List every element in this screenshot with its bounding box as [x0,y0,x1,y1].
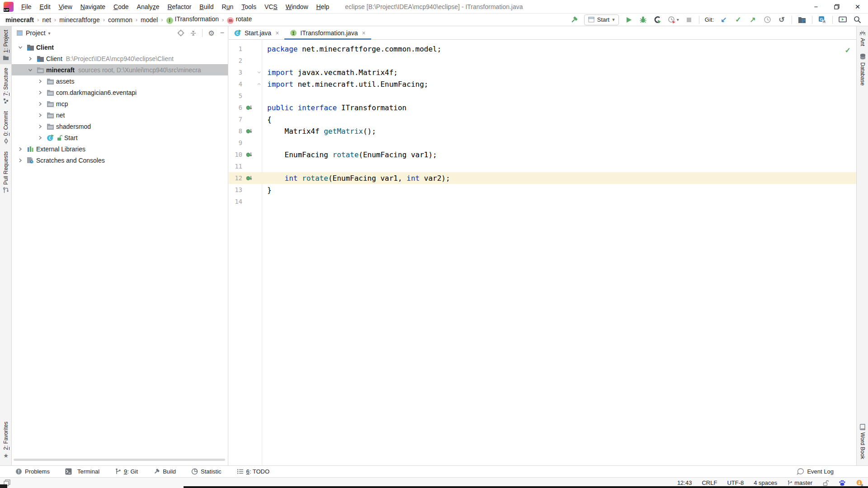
chevron-down-icon[interactable] [15,45,25,50]
toolwindow-button-pull-requests[interactable]: Pull Requests [0,148,12,197]
code-line-9[interactable]: 9 [229,137,856,149]
implemented-marker-icon[interactable] [242,128,256,134]
fold-marker-icon[interactable] [256,70,262,75]
tree-row-client[interactable]: Client [12,42,228,53]
breadcrumb-item-minecraftforge[interactable]: minecraftforge [59,16,99,23]
chevron-down-icon[interactable] [25,67,35,73]
menu-navigate[interactable]: Navigate [76,0,109,14]
tree-row-start[interactable]: CStart [12,132,228,143]
profiler-button[interactable]: ▾ [668,14,679,25]
code-line-3[interactable]: 3import javax.vecmath.Matrix4f; [229,66,856,78]
chevron-down-icon[interactable]: ▾ [48,31,51,36]
hide-panel-icon[interactable]: − [220,29,224,37]
baidu-translate-widget[interactable] [839,479,846,486]
toolwindow-button-database[interactable]: Database [857,50,868,89]
menu-vcs[interactable]: VCS [260,0,282,14]
search-everywhere-button[interactable] [853,14,862,25]
implemented-marker-icon[interactable] [242,152,256,158]
git-history-button[interactable] [763,14,772,25]
code-line-14[interactable]: 14 [229,196,856,207]
breadcrumb-item-common[interactable]: common [108,16,132,23]
code-line-8[interactable]: 8 Matrix4f getMatrix(); [229,125,856,137]
code-line-5[interactable]: 5 [229,90,856,102]
chevron-right-icon[interactable] [35,101,45,107]
run-button[interactable] [624,14,633,25]
tree-row-minecraft[interactable]: minecraftsources root, D:\Xunlei\mcp940\… [12,64,228,75]
code-line-7[interactable]: 7{ [229,113,856,125]
tab-start-java[interactable]: C Start.java × [229,26,284,39]
breadcrumb-item-net[interactable]: net [42,16,51,23]
tree-row-shadersmod[interactable]: shadersmod [12,121,228,132]
git-branch-widget[interactable]: master [787,479,812,486]
breadcrumb-item-rotate[interactable]: mrotate [227,15,252,24]
toolwindow-button-build[interactable]: Build [153,468,176,475]
menu-refactor[interactable]: Refactor [163,0,195,14]
chevron-right-icon[interactable] [15,146,25,152]
line-separator-widget[interactable]: CRLF [702,479,717,486]
menu-build[interactable]: Build [195,0,217,14]
build-project-button[interactable] [570,14,579,25]
cursor-position-widget[interactable]: 12:43 [677,479,692,486]
project-structure-button[interactable] [797,14,807,25]
toolwindow-button-problems[interactable]: Problems [15,468,50,475]
code-line-6[interactable]: 6public interface ITransformation [229,102,856,113]
implemented-marker-icon[interactable] [242,175,256,181]
toolwindow-button-statistic[interactable]: Statistic [191,468,222,475]
run-with-coverage-button[interactable] [653,14,662,25]
code-line-11[interactable]: 11 [229,160,856,172]
locate-icon[interactable] [177,29,184,37]
toolwindow-button-word-book[interactable]: Word Book [857,420,868,463]
toolwindow-button-git[interactable]: 9: Git [115,468,138,475]
tree-row-mcp[interactable]: mcp [12,98,228,109]
tab-itransformation-java[interactable]: I ITransformation.java × [284,26,371,39]
menu-file[interactable]: File [17,0,36,14]
menu-run[interactable]: Run [218,0,238,14]
toolwindow-button-ant[interactable]: Ant [857,26,868,50]
git-commit-button[interactable]: ✓ [734,14,743,25]
event-log-button[interactable]: Event Log [797,468,834,475]
chevron-right-icon[interactable] [15,158,25,163]
breadcrumb-item-itransformation[interactable]: IITransformation [166,15,219,24]
menu-window[interactable]: Window [282,0,312,14]
chevron-right-icon[interactable] [35,79,45,84]
horizontal-scrollbar[interactable] [14,459,225,461]
presentation-button[interactable] [838,14,847,25]
translate-button[interactable]: GA [818,14,827,25]
stop-button[interactable] [684,14,693,25]
fold-marker-icon[interactable] [256,82,262,86]
tree-row-com-darkmagician6-eventapi[interactable]: com.darkmagician6.eventapi [12,87,228,98]
toolwindow-button-terminal[interactable]: 9 Terminal [65,468,99,475]
menu-view[interactable]: View [55,0,76,14]
restore-button[interactable] [826,0,847,13]
code-line-13[interactable]: 13} [229,184,856,196]
tree-row-scratches-and-consoles[interactable]: Scratches and Consoles [12,155,228,166]
chevron-right-icon[interactable] [35,135,45,141]
code-editor[interactable]: 1package net.minecraftforge.common.model… [229,40,856,465]
menu-analyze[interactable]: Analyze [133,0,164,14]
git-push-button[interactable]: ↗ [748,14,757,25]
code-line-2[interactable]: 2 [229,55,856,66]
toolwindow-button-commit[interactable]: 0: Commit [0,108,12,148]
menu-code[interactable]: Code [109,0,132,14]
tree-row-external-libraries[interactable]: External Libraries [12,143,228,155]
debug-button[interactable] [639,14,648,25]
inspections-ok-icon[interactable]: ✓ [845,46,851,55]
gear-icon[interactable]: ⚙ [208,29,214,38]
breadcrumb-item-model[interactable]: model [141,16,158,23]
menu-tools[interactable]: Tools [237,0,260,14]
indent-widget[interactable]: 4 spaces [754,479,777,486]
chevron-right-icon[interactable] [35,124,45,129]
chevron-right-icon[interactable] [35,113,45,118]
close-tab-icon[interactable]: × [362,29,365,37]
code-line-4[interactable]: 4import net.minecraft.util.EnumFacing; [229,78,856,90]
run-configuration-select[interactable]: Start ▾ [584,14,619,25]
close-button[interactable]: × [847,0,868,13]
implemented-marker-icon[interactable] [242,105,256,111]
code-line-12[interactable]: 12 int rotate(EnumFacing var1, int var2)… [229,172,856,184]
project-panel-title[interactable]: Project [26,29,46,37]
collapse-all-icon[interactable] [190,30,197,37]
menu-edit[interactable]: Edit [36,0,55,14]
toolwindow-button-structure[interactable]: 7: Structure [0,64,12,108]
encoding-widget[interactable]: UTF-8 [727,479,744,486]
update-notification-widget[interactable] [856,479,863,487]
